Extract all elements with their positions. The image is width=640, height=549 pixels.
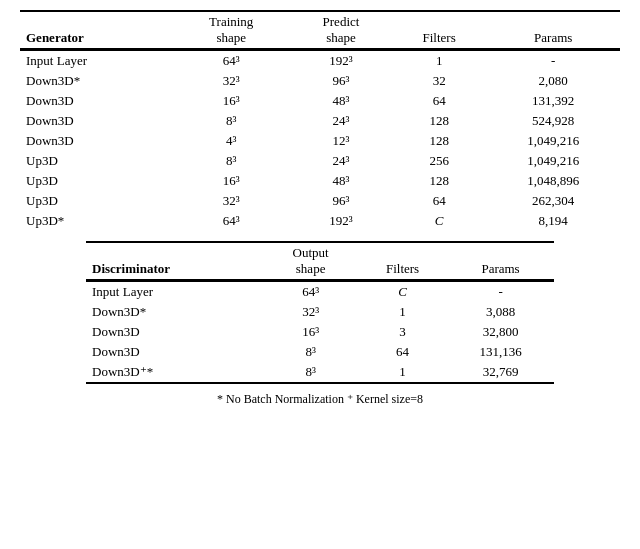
disc-row-name: Down3D⁺*	[86, 362, 263, 383]
gen-row-train: 64³	[172, 51, 290, 72]
gen-row-predict: 48³	[290, 171, 392, 191]
gen-row-params: 524,928	[486, 111, 620, 131]
gen-table-row: Down3D* 32³ 96³ 32 2,080	[20, 71, 620, 91]
disc-row-params: 32,800	[447, 322, 554, 342]
disc-table-row: Down3D 16³ 3 32,800	[86, 322, 554, 342]
gen-row-params: 2,080	[486, 71, 620, 91]
gen-row-filters: 64	[392, 91, 486, 111]
gen-row-filters: 128	[392, 111, 486, 131]
gen-table-row: Down3D 4³ 12³ 128 1,049,216	[20, 131, 620, 151]
disc-row-shape: 8³	[263, 362, 358, 383]
discriminator-section: Discriminator Output shape Filters Param…	[86, 241, 554, 384]
gen-table-row: Down3D 16³ 48³ 64 131,392	[20, 91, 620, 111]
disc-row-shape: 8³	[263, 342, 358, 362]
gen-row-train: 16³	[172, 91, 290, 111]
gen-row-name: Down3D	[20, 91, 172, 111]
gen-row-filters: 256	[392, 151, 486, 171]
disc-row-filters: 1	[358, 302, 447, 322]
gen-row-name: Down3D	[20, 111, 172, 131]
gen-row-params: -	[486, 51, 620, 72]
gen-row-params: 1,049,216	[486, 131, 620, 151]
gen-row-predict: 48³	[290, 91, 392, 111]
gen-row-train: 64³	[172, 211, 290, 231]
gen-row-filters: 64	[392, 191, 486, 211]
gen-row-params: 8,194	[486, 211, 620, 231]
gen-row-filters: C	[392, 211, 486, 231]
gen-row-train: 4³	[172, 131, 290, 151]
discriminator-outer: Discriminator Output shape Filters Param…	[20, 241, 620, 384]
gen-col-params: Params	[486, 11, 620, 49]
generator-section: Generator Training shape Predict shape F…	[20, 10, 620, 231]
gen-row-filters: 32	[392, 71, 486, 91]
disc-row-name: Input Layer	[86, 282, 263, 303]
footnote: * No Batch Normalization ⁺ Kernel size=8	[20, 392, 620, 407]
gen-table-row: Up3D 32³ 96³ 64 262,304	[20, 191, 620, 211]
disc-row-params: 32,769	[447, 362, 554, 383]
gen-table-row: Up3D 16³ 48³ 128 1,048,896	[20, 171, 620, 191]
disc-row-filters: 1	[358, 362, 447, 383]
gen-row-train: 32³	[172, 71, 290, 91]
disc-row-shape: 32³	[263, 302, 358, 322]
disc-table-row: Down3D 8³ 64 131,136	[86, 342, 554, 362]
gen-row-name: Down3D*	[20, 71, 172, 91]
disc-row-name: Down3D*	[86, 302, 263, 322]
disc-row-shape: 16³	[263, 322, 358, 342]
disc-table-row: Down3D⁺* 8³ 1 32,769	[86, 362, 554, 383]
gen-col-training: Training shape	[172, 11, 290, 49]
gen-row-name: Down3D	[20, 131, 172, 151]
gen-row-predict: 24³	[290, 111, 392, 131]
gen-table-row: Up3D* 64³ 192³ C 8,194	[20, 211, 620, 231]
gen-table-row: Input Layer 64³ 192³ 1 -	[20, 51, 620, 72]
gen-row-filters: 1	[392, 51, 486, 72]
disc-row-name: Down3D	[86, 342, 263, 362]
gen-row-name: Up3D	[20, 171, 172, 191]
disc-col-filters: Filters	[358, 242, 447, 280]
gen-col-filters: Filters	[392, 11, 486, 49]
gen-table-row: Down3D 8³ 24³ 128 524,928	[20, 111, 620, 131]
gen-row-filters: 128	[392, 171, 486, 191]
gen-row-params: 262,304	[486, 191, 620, 211]
disc-row-params: 3,088	[447, 302, 554, 322]
gen-row-name: Up3D	[20, 151, 172, 171]
disc-row-shape: 64³	[263, 282, 358, 303]
disc-table-row: Down3D* 32³ 1 3,088	[86, 302, 554, 322]
gen-row-params: 1,048,896	[486, 171, 620, 191]
gen-row-train: 8³	[172, 111, 290, 131]
gen-row-predict: 96³	[290, 71, 392, 91]
disc-row-filters: 64	[358, 342, 447, 362]
gen-row-filters: 128	[392, 131, 486, 151]
disc-row-params: -	[447, 282, 554, 303]
generator-table: Generator Training shape Predict shape F…	[20, 10, 620, 231]
gen-row-predict: 192³	[290, 211, 392, 231]
disc-col-output: Output shape	[263, 242, 358, 280]
gen-row-train: 32³	[172, 191, 290, 211]
gen-row-predict: 12³	[290, 131, 392, 151]
gen-row-predict: 192³	[290, 51, 392, 72]
gen-row-name: Up3D*	[20, 211, 172, 231]
gen-row-predict: 24³	[290, 151, 392, 171]
gen-col-predict: Predict shape	[290, 11, 392, 49]
disc-row-filters: C	[358, 282, 447, 303]
gen-row-train: 8³	[172, 151, 290, 171]
disc-col-name: Discriminator	[86, 242, 263, 280]
gen-row-predict: 96³	[290, 191, 392, 211]
discriminator-table: Discriminator Output shape Filters Param…	[86, 241, 554, 384]
disc-table-row: Input Layer 64³ C -	[86, 282, 554, 303]
disc-row-filters: 3	[358, 322, 447, 342]
gen-col-name: Generator	[20, 11, 172, 49]
gen-row-params: 1,049,216	[486, 151, 620, 171]
page-content: Generator Training shape Predict shape F…	[20, 10, 620, 407]
gen-row-train: 16³	[172, 171, 290, 191]
disc-row-params: 131,136	[447, 342, 554, 362]
gen-table-row: Up3D 8³ 24³ 256 1,049,216	[20, 151, 620, 171]
gen-row-params: 131,392	[486, 91, 620, 111]
gen-row-name: Up3D	[20, 191, 172, 211]
disc-col-params: Params	[447, 242, 554, 280]
gen-row-name: Input Layer	[20, 51, 172, 72]
disc-row-name: Down3D	[86, 322, 263, 342]
